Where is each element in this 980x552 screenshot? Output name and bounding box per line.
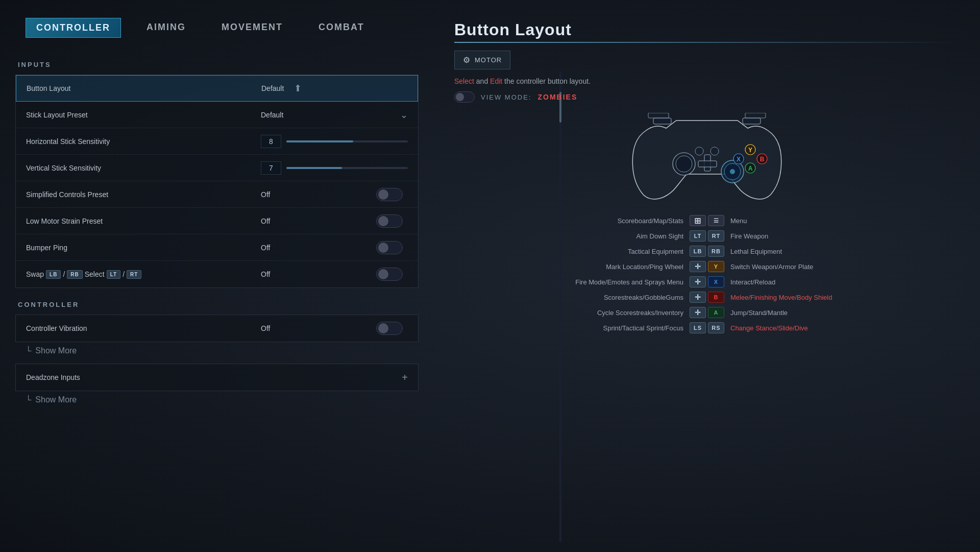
svg-point-19 bbox=[710, 147, 719, 155]
map-label-right-7: Change Stance/Slide/Dive bbox=[726, 324, 949, 332]
tab-controller[interactable]: CONTROLLER bbox=[26, 18, 121, 38]
tab-aiming[interactable]: AIMING bbox=[136, 18, 196, 38]
map-btn-left-6: ✛ bbox=[690, 307, 706, 318]
deadzone-group: Deadzone Inputs + bbox=[15, 364, 419, 391]
svg-rect-2 bbox=[648, 113, 669, 118]
slash-1: / bbox=[63, 270, 65, 278]
rt-badge: RT bbox=[127, 270, 141, 279]
map-btn-right-3: Y bbox=[708, 261, 724, 272]
map-btn-right-1: RT bbox=[708, 230, 724, 242]
with-text: Select bbox=[85, 270, 105, 278]
map-btn-right-6: A bbox=[708, 307, 724, 318]
map-label-right-2: Lethal Equipment bbox=[726, 248, 949, 255]
vertical-slider-fill bbox=[286, 167, 342, 169]
select-edit-text: Select and Edit the controller button la… bbox=[454, 77, 960, 85]
toggle-knob bbox=[378, 269, 388, 279]
rest-text: the controller button layout. bbox=[504, 77, 591, 85]
tab-movement[interactable]: MOVEMENT bbox=[211, 18, 293, 38]
and-text: and bbox=[476, 77, 490, 85]
bumper-ping-toggle[interactable] bbox=[376, 241, 403, 254]
map-label-right-3: Switch Weapon/Armor Plate bbox=[726, 263, 949, 271]
controller-show-more[interactable]: └ Show More bbox=[15, 342, 419, 359]
swap-row: Swap LB / RB Select LT / RT Off bbox=[16, 261, 418, 287]
map-label-right-5: Melee/Finishing Move/Body Shield bbox=[726, 294, 949, 301]
deadzone-row[interactable]: Deadzone Inputs + bbox=[16, 364, 418, 391]
bumper-ping-row: Bumper Ping Off bbox=[16, 234, 418, 261]
horizontal-slider-value[interactable]: 8 bbox=[261, 135, 281, 148]
show-more-arrow-2: └ bbox=[26, 395, 31, 404]
controller-section-header: CONTROLLER bbox=[15, 301, 419, 308]
deadzone-label: Deadzone Inputs bbox=[16, 373, 251, 381]
button-layout-row[interactable]: Button Layout Default ⬆ bbox=[16, 75, 418, 102]
deadzone-value: + bbox=[251, 372, 418, 383]
tab-combat[interactable]: COMBAT bbox=[308, 18, 375, 38]
bumper-ping-value: Off bbox=[251, 241, 418, 254]
map-btn-right-2: RB bbox=[708, 246, 724, 257]
bumper-ping-label: Bumper Ping bbox=[16, 244, 251, 252]
map-btn-right-7: RS bbox=[708, 322, 724, 333]
swap-toggle[interactable] bbox=[376, 268, 403, 281]
controller-visual: Y B X A bbox=[454, 113, 960, 210]
horizontal-slider-container: 8 bbox=[261, 135, 408, 148]
svg-text:A: A bbox=[748, 165, 753, 172]
view-toggle-knob bbox=[456, 93, 464, 101]
vertical-slider-container: 7 bbox=[261, 161, 408, 175]
horizontal-sensitivity-label: Horizontal Stick Sensitivity bbox=[16, 137, 251, 146]
low-motor-strain-toggle[interactable] bbox=[376, 214, 403, 228]
simplified-controls-toggle[interactable] bbox=[376, 188, 403, 201]
simplified-controls-row: Simplified Controls Preset Off bbox=[16, 181, 418, 208]
map-label-left-7: Sprint/Tactical Sprint/Focus bbox=[464, 324, 688, 332]
simplified-controls-value: Off bbox=[251, 188, 418, 201]
map-btn-left-7: LS bbox=[690, 322, 706, 333]
horizontal-sensitivity-row: Horizontal Stick Sensitivity 8 bbox=[16, 128, 418, 155]
controller-vibration-row: Controller Vibration Off bbox=[16, 315, 418, 342]
export-icon[interactable]: ⬆ bbox=[294, 83, 302, 94]
map-label-left-0: Scoreboard/Map/Stats bbox=[464, 217, 688, 225]
swap-label: Swap LB / RB Select LT / RT bbox=[16, 270, 251, 279]
button-layout-label: Button Layout bbox=[16, 84, 251, 92]
map-btn-left-1: LT bbox=[690, 230, 706, 242]
low-motor-strain-value: Off bbox=[251, 214, 418, 228]
map-label-right-6: Jump/Stand/Mantle bbox=[726, 309, 949, 317]
controller-vibration-toggle[interactable] bbox=[376, 322, 403, 335]
plus-icon: + bbox=[402, 372, 408, 383]
tabs-bar: CONTROLLER AIMING MOVEMENT COMBAT bbox=[15, 10, 419, 45]
swap-label-container: Swap LB / RB Select LT / RT bbox=[26, 270, 240, 279]
stick-layout-row[interactable]: Stick Layout Preset Default ⌄ bbox=[16, 102, 418, 128]
svg-rect-3 bbox=[745, 113, 766, 118]
motor-button[interactable]: ⚙ MOTOR bbox=[454, 51, 510, 69]
low-motor-strain-label: Low Motor Strain Preset bbox=[16, 217, 251, 225]
map-label-right-0: Menu bbox=[726, 217, 949, 225]
map-label-right-4: Interact/Reload bbox=[726, 278, 949, 286]
inputs-section-header: INPUTS bbox=[15, 61, 419, 68]
map-btn-left-5: ✛ bbox=[690, 292, 706, 303]
lb-badge: LB bbox=[46, 270, 61, 279]
svg-text:Y: Y bbox=[748, 147, 752, 154]
map-btn-right-0: ☰ bbox=[708, 215, 724, 226]
view-mode-toggle[interactable] bbox=[454, 91, 475, 103]
vertical-sensitivity-row: Vertical Stick Sensitivity 7 bbox=[16, 155, 418, 181]
lt-badge: LT bbox=[107, 270, 120, 279]
svg-point-20 bbox=[695, 147, 703, 155]
map-btn-left-4: ✛ bbox=[690, 276, 706, 287]
svg-point-5 bbox=[676, 156, 692, 172]
map-label-left-2: Tactical Equipment bbox=[464, 248, 688, 255]
horizontal-slider-track[interactable] bbox=[286, 140, 408, 142]
dropdown-arrow: ⌄ bbox=[400, 109, 408, 121]
right-panel: Button Layout ⚙ MOTOR Select and Edit th… bbox=[434, 10, 980, 542]
mappings-grid: Scoreboard/Map/Stats ⊞ ☰ Menu Aim Down S… bbox=[454, 215, 960, 333]
toggle-knob bbox=[378, 323, 388, 333]
map-label-left-5: Scorestreaks/GobbleGums bbox=[464, 294, 688, 301]
deadzone-show-more[interactable]: └ Show More bbox=[15, 391, 419, 409]
rb-badge: RB bbox=[67, 270, 82, 279]
view-mode-value: ZOMBIES bbox=[537, 93, 577, 101]
stick-layout-value: Default ⌄ bbox=[251, 109, 418, 121]
vertical-slider-value[interactable]: 7 bbox=[261, 161, 281, 175]
toggle-knob bbox=[378, 243, 388, 253]
motor-icon: ⚙ bbox=[463, 55, 471, 65]
vertical-sensitivity-label: Vertical Stick Sensitivity bbox=[16, 164, 251, 172]
vertical-slider-track[interactable] bbox=[286, 167, 408, 169]
controller-vibration-label: Controller Vibration bbox=[16, 324, 251, 332]
svg-rect-0 bbox=[653, 118, 671, 124]
low-motor-strain-row: Low Motor Strain Preset Off bbox=[16, 208, 418, 234]
